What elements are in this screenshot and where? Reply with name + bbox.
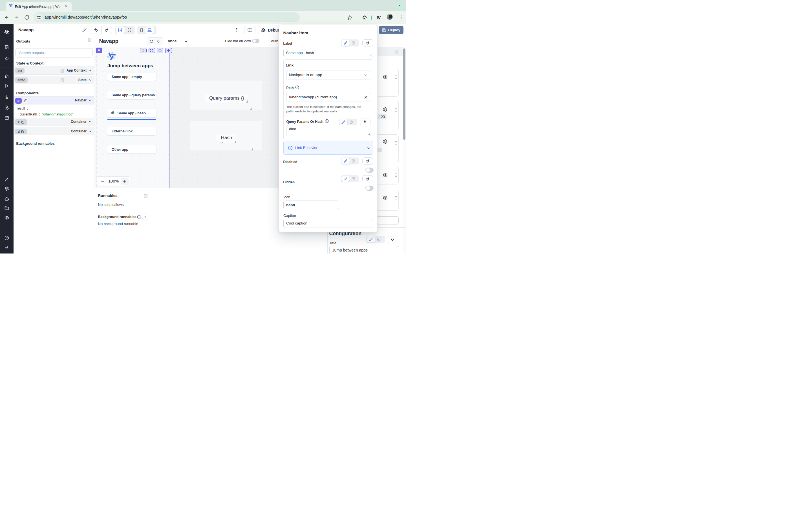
svg-text:0: 0 xyxy=(119,29,121,32)
